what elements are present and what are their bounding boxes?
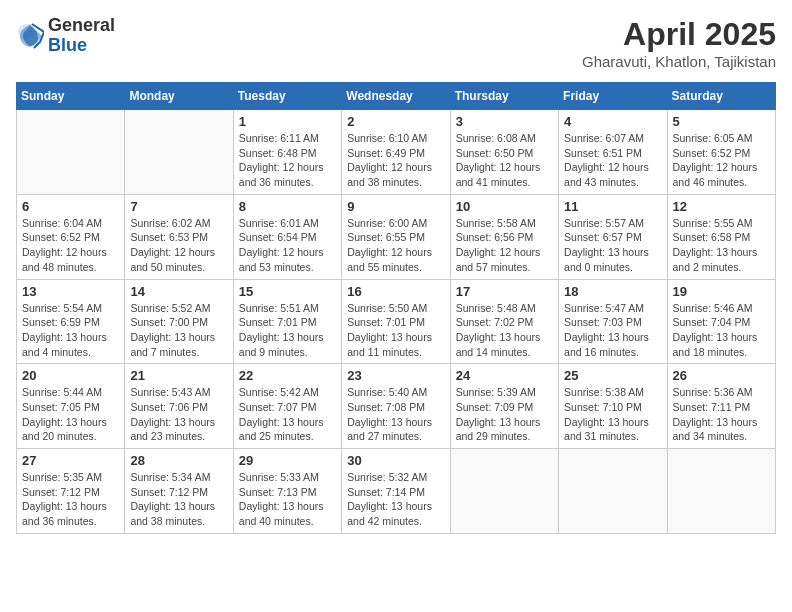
day-detail: Sunrise: 6:05 AM Sunset: 6:52 PM Dayligh… <box>673 131 770 190</box>
logo-text: General Blue <box>48 16 115 56</box>
day-detail: Sunrise: 6:07 AM Sunset: 6:51 PM Dayligh… <box>564 131 661 190</box>
calendar-week-row: 20Sunrise: 5:44 AM Sunset: 7:05 PM Dayli… <box>17 364 776 449</box>
day-number: 20 <box>22 368 119 383</box>
day-number: 6 <box>22 199 119 214</box>
calendar-cell <box>450 449 558 534</box>
calendar-cell: 26Sunrise: 5:36 AM Sunset: 7:11 PM Dayli… <box>667 364 775 449</box>
weekday-header: Saturday <box>667 83 775 110</box>
day-detail: Sunrise: 5:55 AM Sunset: 6:58 PM Dayligh… <box>673 216 770 275</box>
day-detail: Sunrise: 6:08 AM Sunset: 6:50 PM Dayligh… <box>456 131 553 190</box>
calendar-cell: 2Sunrise: 6:10 AM Sunset: 6:49 PM Daylig… <box>342 110 450 195</box>
calendar-cell <box>125 110 233 195</box>
day-detail: Sunrise: 5:40 AM Sunset: 7:08 PM Dayligh… <box>347 385 444 444</box>
calendar-cell: 11Sunrise: 5:57 AM Sunset: 6:57 PM Dayli… <box>559 194 667 279</box>
calendar-cell: 1Sunrise: 6:11 AM Sunset: 6:48 PM Daylig… <box>233 110 341 195</box>
day-detail: Sunrise: 5:39 AM Sunset: 7:09 PM Dayligh… <box>456 385 553 444</box>
calendar-cell: 3Sunrise: 6:08 AM Sunset: 6:50 PM Daylig… <box>450 110 558 195</box>
day-detail: Sunrise: 5:33 AM Sunset: 7:13 PM Dayligh… <box>239 470 336 529</box>
calendar-cell <box>17 110 125 195</box>
day-number: 12 <box>673 199 770 214</box>
logo: General Blue <box>16 16 115 56</box>
day-detail: Sunrise: 5:36 AM Sunset: 7:11 PM Dayligh… <box>673 385 770 444</box>
day-number: 25 <box>564 368 661 383</box>
day-detail: Sunrise: 5:38 AM Sunset: 7:10 PM Dayligh… <box>564 385 661 444</box>
day-number: 26 <box>673 368 770 383</box>
day-number: 3 <box>456 114 553 129</box>
calendar-cell <box>559 449 667 534</box>
calendar-cell: 18Sunrise: 5:47 AM Sunset: 7:03 PM Dayli… <box>559 279 667 364</box>
calendar-cell: 4Sunrise: 6:07 AM Sunset: 6:51 PM Daylig… <box>559 110 667 195</box>
day-detail: Sunrise: 5:57 AM Sunset: 6:57 PM Dayligh… <box>564 216 661 275</box>
calendar-cell: 10Sunrise: 5:58 AM Sunset: 6:56 PM Dayli… <box>450 194 558 279</box>
day-detail: Sunrise: 5:34 AM Sunset: 7:12 PM Dayligh… <box>130 470 227 529</box>
day-detail: Sunrise: 5:54 AM Sunset: 6:59 PM Dayligh… <box>22 301 119 360</box>
day-number: 17 <box>456 284 553 299</box>
calendar-cell: 29Sunrise: 5:33 AM Sunset: 7:13 PM Dayli… <box>233 449 341 534</box>
weekday-header: Tuesday <box>233 83 341 110</box>
day-number: 9 <box>347 199 444 214</box>
day-number: 22 <box>239 368 336 383</box>
calendar-cell: 12Sunrise: 5:55 AM Sunset: 6:58 PM Dayli… <box>667 194 775 279</box>
day-number: 16 <box>347 284 444 299</box>
day-detail: Sunrise: 5:50 AM Sunset: 7:01 PM Dayligh… <box>347 301 444 360</box>
day-detail: Sunrise: 5:32 AM Sunset: 7:14 PM Dayligh… <box>347 470 444 529</box>
calendar-cell: 27Sunrise: 5:35 AM Sunset: 7:12 PM Dayli… <box>17 449 125 534</box>
day-number: 1 <box>239 114 336 129</box>
calendar-cell: 25Sunrise: 5:38 AM Sunset: 7:10 PM Dayli… <box>559 364 667 449</box>
title-block: April 2025 Gharavuti, Khatlon, Tajikista… <box>582 16 776 70</box>
weekday-header-row: SundayMondayTuesdayWednesdayThursdayFrid… <box>17 83 776 110</box>
day-number: 5 <box>673 114 770 129</box>
calendar-cell: 13Sunrise: 5:54 AM Sunset: 6:59 PM Dayli… <box>17 279 125 364</box>
day-number: 21 <box>130 368 227 383</box>
calendar-cell: 6Sunrise: 6:04 AM Sunset: 6:52 PM Daylig… <box>17 194 125 279</box>
calendar-cell: 7Sunrise: 6:02 AM Sunset: 6:53 PM Daylig… <box>125 194 233 279</box>
day-detail: Sunrise: 6:11 AM Sunset: 6:48 PM Dayligh… <box>239 131 336 190</box>
calendar-cell: 22Sunrise: 5:42 AM Sunset: 7:07 PM Dayli… <box>233 364 341 449</box>
calendar-cell: 15Sunrise: 5:51 AM Sunset: 7:01 PM Dayli… <box>233 279 341 364</box>
day-number: 29 <box>239 453 336 468</box>
calendar-cell: 20Sunrise: 5:44 AM Sunset: 7:05 PM Dayli… <box>17 364 125 449</box>
day-detail: Sunrise: 6:01 AM Sunset: 6:54 PM Dayligh… <box>239 216 336 275</box>
weekday-header: Friday <box>559 83 667 110</box>
weekday-header: Monday <box>125 83 233 110</box>
day-number: 15 <box>239 284 336 299</box>
calendar-week-row: 6Sunrise: 6:04 AM Sunset: 6:52 PM Daylig… <box>17 194 776 279</box>
calendar-cell: 28Sunrise: 5:34 AM Sunset: 7:12 PM Dayli… <box>125 449 233 534</box>
day-number: 2 <box>347 114 444 129</box>
calendar-cell: 14Sunrise: 5:52 AM Sunset: 7:00 PM Dayli… <box>125 279 233 364</box>
day-number: 27 <box>22 453 119 468</box>
location-subtitle: Gharavuti, Khatlon, Tajikistan <box>582 53 776 70</box>
day-number: 18 <box>564 284 661 299</box>
page-header: General Blue April 2025 Gharavuti, Khatl… <box>16 16 776 70</box>
calendar-cell: 30Sunrise: 5:32 AM Sunset: 7:14 PM Dayli… <box>342 449 450 534</box>
calendar-cell: 23Sunrise: 5:40 AM Sunset: 7:08 PM Dayli… <box>342 364 450 449</box>
day-number: 28 <box>130 453 227 468</box>
day-number: 23 <box>347 368 444 383</box>
day-detail: Sunrise: 5:44 AM Sunset: 7:05 PM Dayligh… <box>22 385 119 444</box>
day-number: 10 <box>456 199 553 214</box>
day-detail: Sunrise: 6:10 AM Sunset: 6:49 PM Dayligh… <box>347 131 444 190</box>
day-number: 11 <box>564 199 661 214</box>
calendar-cell: 21Sunrise: 5:43 AM Sunset: 7:06 PM Dayli… <box>125 364 233 449</box>
calendar-cell: 9Sunrise: 6:00 AM Sunset: 6:55 PM Daylig… <box>342 194 450 279</box>
calendar-cell: 16Sunrise: 5:50 AM Sunset: 7:01 PM Dayli… <box>342 279 450 364</box>
logo-icon <box>16 22 44 50</box>
calendar-week-row: 1Sunrise: 6:11 AM Sunset: 6:48 PM Daylig… <box>17 110 776 195</box>
calendar-cell <box>667 449 775 534</box>
calendar-cell: 19Sunrise: 5:46 AM Sunset: 7:04 PM Dayli… <box>667 279 775 364</box>
logo-general: General <box>48 16 115 36</box>
calendar-cell: 8Sunrise: 6:01 AM Sunset: 6:54 PM Daylig… <box>233 194 341 279</box>
calendar-week-row: 27Sunrise: 5:35 AM Sunset: 7:12 PM Dayli… <box>17 449 776 534</box>
weekday-header: Sunday <box>17 83 125 110</box>
month-year-title: April 2025 <box>582 16 776 53</box>
calendar-week-row: 13Sunrise: 5:54 AM Sunset: 6:59 PM Dayli… <box>17 279 776 364</box>
logo-blue: Blue <box>48 36 115 56</box>
day-detail: Sunrise: 5:48 AM Sunset: 7:02 PM Dayligh… <box>456 301 553 360</box>
day-number: 24 <box>456 368 553 383</box>
calendar-cell: 17Sunrise: 5:48 AM Sunset: 7:02 PM Dayli… <box>450 279 558 364</box>
day-detail: Sunrise: 5:46 AM Sunset: 7:04 PM Dayligh… <box>673 301 770 360</box>
day-detail: Sunrise: 5:58 AM Sunset: 6:56 PM Dayligh… <box>456 216 553 275</box>
day-detail: Sunrise: 5:47 AM Sunset: 7:03 PM Dayligh… <box>564 301 661 360</box>
day-detail: Sunrise: 6:00 AM Sunset: 6:55 PM Dayligh… <box>347 216 444 275</box>
day-number: 13 <box>22 284 119 299</box>
